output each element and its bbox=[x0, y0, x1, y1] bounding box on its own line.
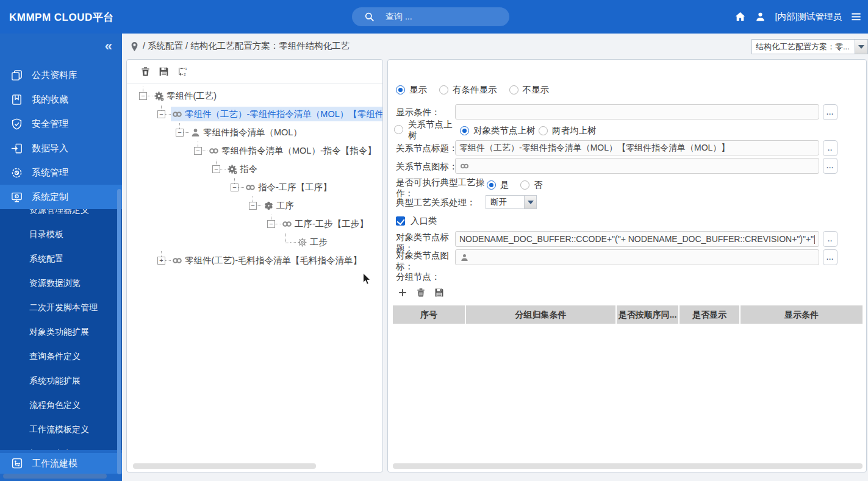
collapse-icon[interactable]: − bbox=[212, 165, 220, 173]
tree-node[interactable]: 零组件指令清单（MOL）-指令【指令】 bbox=[207, 143, 382, 158]
tree-node[interactable]: 零组件指令清单（MOL） bbox=[189, 125, 382, 140]
column-header-visible: 是否显示 bbox=[680, 305, 741, 324]
tree-node[interactable]: 指令-工序【工序】 bbox=[244, 180, 382, 194]
radio-typical-op-no[interactable]: 否 bbox=[520, 179, 543, 191]
relation-node-icon-field[interactable] bbox=[455, 158, 819, 174]
relation-node-title-picker-button[interactable]: .. bbox=[823, 140, 838, 156]
tree-node-row: −零组件(工艺) bbox=[127, 87, 382, 105]
sidebar-collapse-button[interactable]: « bbox=[105, 38, 112, 54]
sidebar-subitem-3[interactable]: 资源数据浏览 bbox=[0, 271, 122, 296]
tree-node[interactable]: 指令 bbox=[226, 162, 382, 176]
user-icon[interactable] bbox=[755, 11, 766, 23]
tree-connector bbox=[290, 242, 296, 243]
collapse-icon[interactable]: − bbox=[249, 202, 257, 210]
security-icon bbox=[10, 118, 23, 130]
sidebar-item-label: 工作流建模 bbox=[32, 458, 77, 469]
sidebar-subitem-7[interactable]: 系统功能扩展 bbox=[0, 369, 122, 393]
radio-label: 不显示 bbox=[523, 84, 550, 96]
relation-node-icon-picker-button[interactable]: ... bbox=[823, 158, 838, 174]
tree-node[interactable]: 工步 bbox=[296, 235, 382, 249]
sidebar-item-0[interactable]: 公共资料库 bbox=[0, 63, 122, 87]
tree-node-row: 工步 bbox=[127, 233, 382, 251]
tree-horizontal-scrollbar[interactable] bbox=[133, 463, 316, 469]
sidebar-horizontal-scrollbar[interactable] bbox=[3, 474, 107, 479]
home-icon[interactable] bbox=[734, 11, 746, 23]
collapse-icon[interactable]: − bbox=[194, 147, 202, 155]
tree-node-row: −零组件（工艺）-零组件指令清单（MOL）【零组件指 bbox=[127, 105, 382, 123]
delete-icon[interactable] bbox=[140, 66, 151, 77]
link-icon bbox=[460, 162, 469, 171]
object-node-title-picker-button[interactable]: .. bbox=[823, 231, 838, 247]
radio-typical-op-yes[interactable]: 是 bbox=[487, 179, 509, 191]
tree-node[interactable]: 零组件(工艺)-毛料指令清单【毛料指令清单】 bbox=[171, 253, 382, 268]
tree-node-label: 指令-工序【工序】 bbox=[258, 182, 332, 193]
add-icon[interactable] bbox=[398, 288, 407, 298]
tree-node[interactable]: 工序 bbox=[262, 198, 382, 213]
tree-node[interactable]: 零组件（工艺）-零组件指令清单（MOL）【零组件指 bbox=[171, 107, 382, 121]
sidebar-subitem-label: 资源管理器定义 bbox=[29, 209, 89, 216]
sidebar-subitem-6[interactable]: 查询条件定义 bbox=[0, 344, 122, 369]
sidebar-subitem-5[interactable]: 对象类功能扩展 bbox=[0, 320, 122, 344]
sidebar-subitem-8[interactable]: 流程角色定义 bbox=[0, 393, 122, 418]
entry-class-checkbox[interactable] bbox=[396, 216, 405, 226]
app-title: KMMPM CLOUD平台 bbox=[9, 10, 114, 24]
scheme-selector-arrow-button[interactable] bbox=[855, 40, 867, 54]
object-node-icon-field[interactable] bbox=[455, 249, 819, 265]
tree-node[interactable]: 零组件(工艺) bbox=[152, 88, 382, 103]
sidebar-subitem-2[interactable]: 系统配置 bbox=[0, 247, 122, 271]
radio-hide[interactable]: 不显示 bbox=[509, 84, 550, 96]
tree-node[interactable]: 工序-工步【工步】 bbox=[281, 216, 382, 231]
object-node-icon-picker-button[interactable]: ... bbox=[823, 249, 838, 265]
collapse-icon[interactable]: − bbox=[139, 92, 147, 100]
link-icon bbox=[172, 109, 182, 119]
tree-connector bbox=[184, 132, 189, 133]
sidebar-item-3[interactable]: 数据导入 bbox=[0, 136, 122, 160]
tree-connector bbox=[239, 187, 244, 188]
collapse-icon[interactable]: − bbox=[157, 110, 165, 118]
radio-relation-node-on-tree[interactable] bbox=[394, 125, 403, 134]
expand-icon[interactable]: + bbox=[157, 257, 165, 265]
delete-icon[interactable] bbox=[416, 288, 426, 298]
chevron-down-icon bbox=[528, 201, 534, 204]
hamburger-menu-icon[interactable] bbox=[850, 11, 862, 23]
save-icon[interactable] bbox=[159, 66, 169, 77]
sidebar-subitem-0[interactable]: 资源管理器定义 bbox=[0, 209, 122, 223]
order-list-icon[interactable]: 12 bbox=[177, 66, 187, 77]
sidebar-subitem-4[interactable]: 二次开发脚本管理 bbox=[0, 296, 122, 320]
sidebar-vertical-scrollbar[interactable] bbox=[117, 189, 121, 474]
tree-node-label: 工序-工步【工步】 bbox=[295, 218, 368, 230]
save-icon[interactable] bbox=[434, 288, 444, 298]
tree-node-row: −零组件指令清单（MOL）-指令【指令】 bbox=[127, 141, 382, 160]
radio-conditional-show[interactable]: 有条件显示 bbox=[439, 84, 497, 96]
tree-connector bbox=[275, 224, 281, 224]
sidebar-item-2[interactable]: 安全管理 bbox=[0, 112, 122, 136]
sidebar-item-workflow-modeling[interactable]: 工作流建模 bbox=[0, 453, 122, 474]
relation-node-title-input[interactable] bbox=[455, 140, 819, 155]
collapse-icon[interactable]: − bbox=[267, 220, 275, 228]
display-condition-input[interactable] bbox=[455, 104, 819, 119]
sidebar-sub-items: 资源管理器定义目录模板系统配置资源数据浏览二次开发脚本管理对象类功能扩展查询条件… bbox=[0, 209, 122, 450]
typical-relation-select-arrow[interactable] bbox=[524, 196, 536, 208]
collapse-icon[interactable]: − bbox=[231, 183, 239, 191]
tree-connector bbox=[257, 205, 262, 206]
global-search-input[interactable]: 查询 ... bbox=[352, 7, 509, 26]
radio-show[interactable]: 显示 bbox=[396, 84, 427, 96]
collapse-icon[interactable]: − bbox=[176, 129, 184, 137]
typical-relation-select[interactable]: 断开 bbox=[486, 195, 537, 209]
scheme-selector-dropdown[interactable]: 结构化工艺配置方案：零... bbox=[751, 39, 868, 54]
sidebar-item-4[interactable]: 系统管理 bbox=[0, 160, 122, 185]
object-node-title-input[interactable] bbox=[455, 231, 819, 247]
sidebar-subitem-1[interactable]: 目录模板 bbox=[0, 223, 122, 247]
location-pin-icon bbox=[131, 41, 138, 52]
sidebar-subitem-10[interactable]: 权限项定义 bbox=[0, 442, 122, 450]
radio-object-node-on-tree[interactable]: 对象类节点上树 bbox=[460, 125, 536, 137]
form-horizontal-scrollbar[interactable] bbox=[393, 463, 863, 469]
radio-dot bbox=[520, 180, 529, 190]
sidebar-subitem-label: 目录模板 bbox=[29, 229, 63, 240]
sidebar-subitem-9[interactable]: 工作流模板定义 bbox=[0, 418, 122, 442]
column-header-group-condition: 分组归集条件 bbox=[466, 305, 617, 324]
sidebar-item-5[interactable]: 系统定制 bbox=[0, 185, 122, 209]
sidebar-item-1[interactable]: 我的收藏 bbox=[0, 87, 122, 112]
radio-both-on-tree[interactable]: 两者均上树 bbox=[539, 125, 597, 137]
tree-node-row: −零组件指令清单（MOL） bbox=[127, 123, 382, 141]
